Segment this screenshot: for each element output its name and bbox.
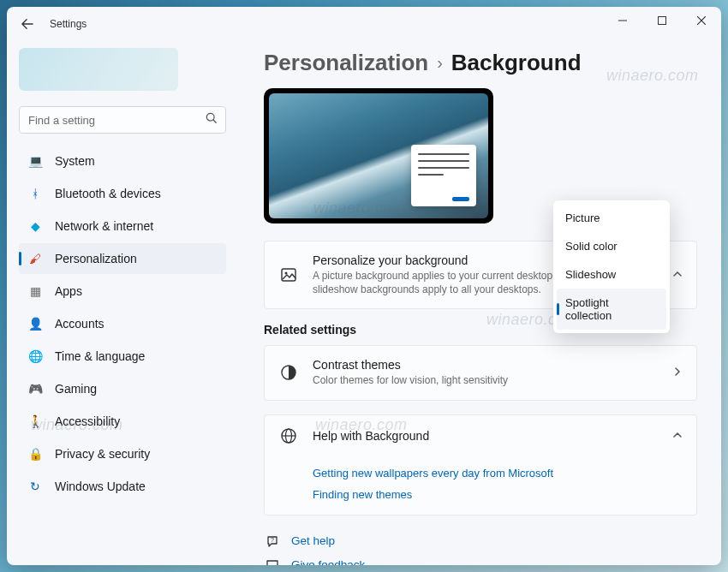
footer-links: ? Get help Give feedback xyxy=(264,529,697,565)
contrast-themes-card[interactable]: Contrast themes Color themes for low vis… xyxy=(264,345,697,400)
search-icon xyxy=(206,112,218,128)
apps-icon: ▦ xyxy=(27,283,43,299)
sidebar-item-label: Windows Update xyxy=(55,480,146,493)
chevron-right-icon: › xyxy=(437,53,443,73)
preview-sample-window xyxy=(411,145,476,206)
accounts-icon: 👤 xyxy=(27,316,43,331)
minimize-icon xyxy=(618,16,627,25)
time-language-icon: 🌐 xyxy=(27,349,43,364)
sidebar-item-label: Time & language xyxy=(55,349,145,363)
sidebar-item-label: Gaming xyxy=(55,382,97,396)
sidebar-item-label: Accounts xyxy=(55,317,104,331)
help-icon: ? xyxy=(264,534,281,548)
sidebar-item-time-language[interactable]: 🌐Time & language xyxy=(19,341,226,372)
globe-icon xyxy=(278,427,299,444)
dropdown-option-slideshow[interactable]: Slideshow xyxy=(557,260,666,289)
sidebar-item-label: Bluetooth & devices xyxy=(55,187,161,200)
sidebar-item-personalization[interactable]: 🖌Personalization xyxy=(19,243,226,274)
arrow-left-icon xyxy=(21,18,33,30)
get-help-label: Get help xyxy=(291,534,335,547)
sidebar-item-bluetooth-devices[interactable]: ᚼBluetooth & devices xyxy=(19,178,226,209)
close-button[interactable] xyxy=(682,7,721,34)
nav-list: 💻SystemᚼBluetooth & devices◆Network & in… xyxy=(19,146,226,502)
image-icon xyxy=(278,266,299,283)
chevron-up-icon xyxy=(672,267,683,283)
gaming-icon: 🎮 xyxy=(27,381,43,396)
sidebar: 💻SystemᚼBluetooth & devices◆Network & in… xyxy=(7,41,238,565)
sidebar-item-apps[interactable]: ▦Apps xyxy=(19,276,226,307)
chevron-up-icon[interactable] xyxy=(672,428,683,444)
sidebar-item-accessibility[interactable]: 🚶Accessibility xyxy=(19,406,226,437)
help-link-wallpapers[interactable]: Getting new wallpapers every day from Mi… xyxy=(313,467,683,480)
help-link-themes[interactable]: Finding new themes xyxy=(313,488,683,501)
svg-rect-1 xyxy=(659,17,666,25)
titlebar: Settings xyxy=(7,7,721,41)
sidebar-item-windows-update[interactable]: ↻Windows Update xyxy=(19,471,226,502)
give-feedback-link[interactable]: Give feedback xyxy=(264,553,697,565)
svg-line-3 xyxy=(213,120,216,122)
settings-window: winaero.com winaero.com winaero.com wina… xyxy=(7,7,721,565)
close-icon xyxy=(697,16,706,25)
sidebar-item-accounts[interactable]: 👤Accounts xyxy=(19,308,226,339)
dropdown-option-picture[interactable]: Picture xyxy=(557,204,666,232)
account-card[interactable] xyxy=(19,48,178,91)
help-links: Getting new wallpapers every day from Mi… xyxy=(278,458,683,501)
privacy-security-icon: 🔒 xyxy=(27,446,43,462)
chevron-right-icon xyxy=(672,365,683,380)
sidebar-item-privacy-security[interactable]: 🔒Privacy & security xyxy=(19,438,226,469)
search-input[interactable] xyxy=(19,106,226,134)
dropdown-option-solid-color[interactable]: Solid color xyxy=(557,232,666,260)
sidebar-item-label: Accessibility xyxy=(55,414,120,428)
sidebar-item-gaming[interactable]: 🎮Gaming xyxy=(19,373,226,404)
sidebar-item-label: Network & internet xyxy=(55,219,153,233)
feedback-icon xyxy=(264,558,281,565)
sidebar-item-label: System xyxy=(55,154,95,168)
breadcrumb: Personalization › Background xyxy=(264,50,697,76)
window-controls xyxy=(603,7,721,34)
bluetooth-devices-icon: ᚼ xyxy=(27,186,43,201)
system-icon: 💻 xyxy=(27,153,43,169)
personalization-icon: 🖌 xyxy=(27,251,43,266)
card-title: Contrast themes xyxy=(313,358,659,372)
maximize-button[interactable] xyxy=(642,7,682,34)
card-title: Help with Background xyxy=(313,429,659,443)
back-button[interactable] xyxy=(14,10,41,38)
accessibility-icon: 🚶 xyxy=(27,414,43,429)
breadcrumb-current: Background xyxy=(451,50,582,76)
windows-update-icon: ↻ xyxy=(27,479,43,494)
app-title: Settings xyxy=(50,18,87,30)
main-content: Personalization › Background Personalize… xyxy=(238,41,721,565)
desktop-preview xyxy=(264,88,493,223)
breadcrumb-parent[interactable]: Personalization xyxy=(264,50,428,76)
get-help-link[interactable]: ? Get help xyxy=(264,529,697,553)
contrast-icon xyxy=(278,364,299,381)
help-with-background-card: Help with Background Getting new wallpap… xyxy=(264,414,697,515)
feedback-label: Give feedback xyxy=(291,558,365,565)
sidebar-item-label: Personalization xyxy=(55,252,137,265)
sidebar-item-system[interactable]: 💻System xyxy=(19,146,226,176)
background-type-dropdown[interactable]: PictureSolid colorSlideshowSpotlight col… xyxy=(553,200,670,333)
network-internet-icon: ◆ xyxy=(27,218,43,234)
preview-wallpaper xyxy=(269,93,488,218)
minimize-button[interactable] xyxy=(603,7,642,34)
sidebar-item-network-internet[interactable]: ◆Network & internet xyxy=(19,211,226,241)
svg-point-5 xyxy=(285,272,288,275)
maximize-icon xyxy=(658,16,666,25)
dropdown-option-spotlight-collection[interactable]: Spotlight collection xyxy=(557,289,666,330)
card-desc: Color themes for low vision, light sensi… xyxy=(313,373,659,387)
svg-text:?: ? xyxy=(271,537,274,543)
sidebar-item-label: Apps xyxy=(55,284,82,298)
search-wrap xyxy=(19,106,226,134)
sidebar-item-label: Privacy & security xyxy=(55,447,150,461)
